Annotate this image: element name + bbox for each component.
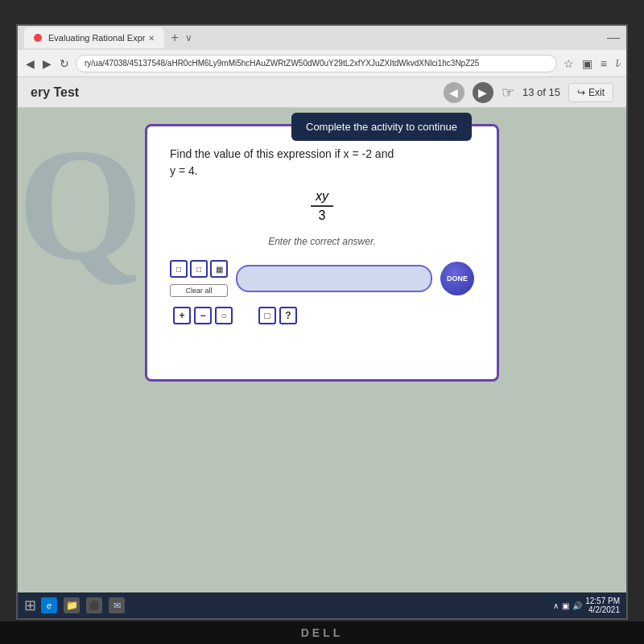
taskbar-icons: e 📁 ⬛ ✉ <box>41 597 125 613</box>
fraction: xy 3 <box>311 189 333 223</box>
bookmark-btn[interactable]: ☆ <box>562 56 576 72</box>
refresh-btn[interactable]: ↻ <box>58 56 71 72</box>
tooltip: Complete the activity to continue <box>291 113 472 141</box>
folder-icon[interactable]: 📁 <box>64 597 80 613</box>
dell-logo: DELL <box>301 626 344 639</box>
input-row: □ □ ▦ Clear all DONE <box>170 260 474 297</box>
instruction-text: Enter the correct answer. <box>170 236 474 247</box>
content-area: Q Find the value of this expression if x… <box>18 108 626 618</box>
symbol-row-1: □ □ ▦ <box>170 260 228 278</box>
op-plus-btn[interactable]: + <box>173 307 191 324</box>
op-circle-btn[interactable]: ○ <box>215 307 233 324</box>
symbol-btn-3[interactable]: ▦ <box>210 260 228 278</box>
taskbar-clock: 12:57 PM 4/2/2021 <box>585 597 620 614</box>
header-right: ◀ ▶ ☞ 13 of 15 ↪ Exit <box>444 82 613 103</box>
problem-line2: y = 4. <box>170 164 198 177</box>
store-icon[interactable]: ⬛ <box>86 597 102 613</box>
numerator: xy <box>311 189 333 207</box>
problem-line1: Find the value of this expression if x =… <box>170 147 394 160</box>
back-btn[interactable]: ◀ <box>24 56 36 72</box>
tray-arrow: ∧ <box>553 601 559 610</box>
sidebar-btn[interactable]: ▣ <box>580 56 594 72</box>
done-btn[interactable]: DONE <box>440 262 474 295</box>
tab-chevron-btn[interactable]: ∨ <box>185 32 192 43</box>
clock-date: 4/2/2021 <box>585 605 620 614</box>
mail-icon[interactable]: ✉ <box>109 597 125 613</box>
taskbar: ⊞ e 📁 ⬛ ✉ ∧ ▣ 🔊 <box>18 592 626 618</box>
tab-label: Evaluating Rational Expr <box>48 33 145 43</box>
problem-text: Find the value of this expression if x =… <box>170 146 474 180</box>
system-tray: ∧ ▣ 🔊 <box>553 601 582 610</box>
tray-network: ▣ <box>562 601 569 610</box>
forward-btn[interactable]: ▶ <box>41 56 53 72</box>
denominator: 3 <box>319 207 326 223</box>
minimize-btn[interactable]: — <box>607 31 620 45</box>
exit-icon: ↪ <box>577 87 585 98</box>
exit-btn[interactable]: ↪ Exit <box>568 83 613 102</box>
monitor: Evaluating Rational Expr ✕ + ∨ — ◀ ▶ ↻ ☆… <box>0 0 644 644</box>
activity-card: Find the value of this expression if x =… <box>145 124 499 382</box>
operator-row: + − ○ □ ? <box>170 307 474 324</box>
start-icon[interactable]: ⊞ <box>24 597 36 614</box>
new-tab-btn[interactable]: + <box>167 31 181 45</box>
dell-bar: DELL <box>0 621 644 644</box>
tab-close-btn[interactable]: ✕ <box>148 34 155 43</box>
progress-text: 13 of 15 <box>522 86 560 98</box>
address-bar: ◀ ▶ ↻ ☆ ▣ ≡ 𝓵 <box>18 50 626 77</box>
prev-nav-btn[interactable]: ◀ <box>444 82 464 103</box>
reading-btn[interactable]: ≡ <box>599 56 609 72</box>
active-tab[interactable]: Evaluating Rational Expr ✕ <box>24 27 164 48</box>
ie-icon[interactable]: e <box>41 597 57 613</box>
answer-input[interactable] <box>236 265 432 292</box>
op-box2-btn[interactable]: ? <box>279 307 297 324</box>
page-title: ery Test <box>31 85 79 100</box>
expression-container: xy 3 <box>170 189 474 223</box>
symbol-btn-1[interactable]: □ <box>170 260 188 278</box>
page-header: ery Test ◀ ▶ ☞ 13 of 15 ↪ Exit <box>18 77 626 108</box>
taskbar-right: ∧ ▣ 🔊 12:57 PM 4/2/2021 <box>553 597 620 614</box>
tab-bar: Evaluating Rational Expr ✕ + ∨ — <box>18 26 626 50</box>
cursor-icon: ☞ <box>502 84 514 101</box>
person-btn[interactable]: 𝓵 <box>613 55 620 72</box>
tray-volume: 🔊 <box>572 601 582 610</box>
tooltip-text: Complete the activity to continue <box>306 121 457 133</box>
exit-label: Exit <box>588 87 605 98</box>
next-nav-btn[interactable]: ▶ <box>473 82 493 103</box>
clock-time: 12:57 PM <box>585 597 620 605</box>
op-box1-btn[interactable]: □ <box>258 307 276 324</box>
tab-favicon <box>34 34 42 42</box>
screen: Evaluating Rational Expr ✕ + ∨ — ◀ ▶ ↻ ☆… <box>16 24 628 620</box>
watermark: Q <box>18 124 143 285</box>
address-input[interactable] <box>76 55 557 72</box>
clear-all-btn[interactable]: Clear all <box>170 284 228 297</box>
op-minus-btn[interactable]: − <box>194 307 212 324</box>
browser-chrome: Evaluating Rational Expr ✕ + ∨ — ◀ ▶ ↻ ☆… <box>18 26 626 77</box>
symbol-btn-2[interactable]: □ <box>190 260 208 278</box>
symbol-buttons: □ □ ▦ Clear all <box>170 260 228 297</box>
